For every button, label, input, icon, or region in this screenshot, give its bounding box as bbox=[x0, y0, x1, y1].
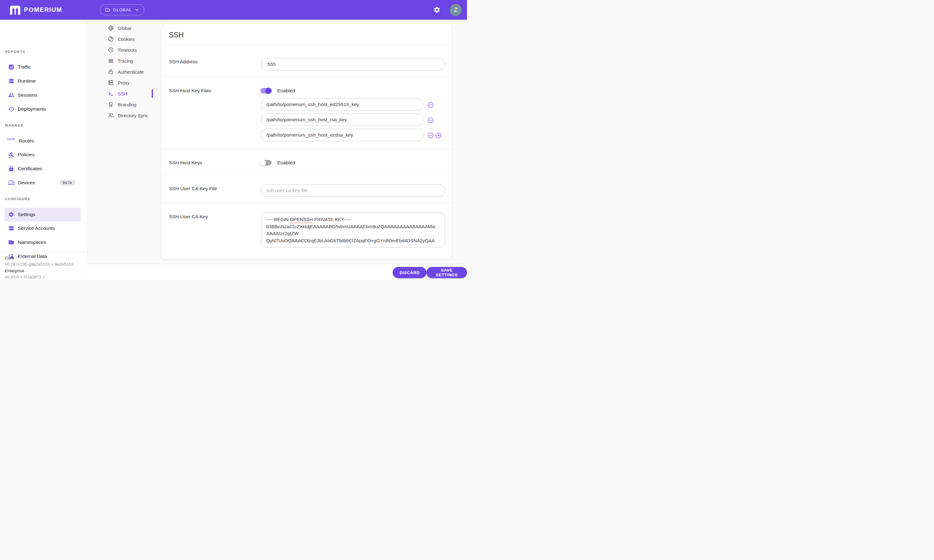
sidebar-item-traffic[interactable]: Traffic bbox=[0, 60, 79, 74]
subnav-item-branding[interactable]: Branding bbox=[87, 99, 161, 110]
subnav-item-directory-sync[interactable]: Directory Sync bbox=[87, 110, 161, 121]
sidebar-item-devices[interactable]: Devices BETA bbox=[0, 176, 79, 189]
sidebar-item-label: Sessions bbox=[18, 92, 37, 98]
sidebar-item-namespaces[interactable]: Namespaces bbox=[0, 235, 79, 249]
sidebar-item-label: Traffic bbox=[18, 64, 31, 70]
top-bar: POMERIUM GLOBAL Z bbox=[0, 0, 467, 20]
ssh-host-keys-label: SSH Host Keys bbox=[169, 160, 202, 166]
ssh-host-key-file-input-3[interactable] bbox=[261, 129, 423, 141]
subnav-item-label: SSH bbox=[118, 91, 127, 96]
enterprise-label: Enterprise bbox=[5, 268, 87, 274]
subnav-item-global[interactable]: Global bbox=[87, 23, 161, 33]
topbar-right: Z bbox=[432, 0, 462, 20]
ssh-user-ca-key-file-input[interactable] bbox=[261, 184, 445, 197]
sidebar-item-label: Devices bbox=[18, 180, 35, 186]
settings-gear-button[interactable] bbox=[432, 5, 442, 15]
subnav-item-proxy[interactable]: Proxy bbox=[87, 77, 161, 88]
divider bbox=[161, 45, 452, 45]
ssh-host-key-file-input-1[interactable] bbox=[261, 98, 423, 111]
toggle-thumb bbox=[260, 160, 266, 166]
subnav-item-ssh[interactable]: SSH bbox=[87, 88, 161, 99]
gavel-icon bbox=[8, 152, 14, 158]
remove-host-key-file-button[interactable] bbox=[428, 102, 434, 108]
sidebar-item-label: Routes bbox=[19, 138, 34, 144]
lock-outline-icon bbox=[108, 69, 114, 75]
lines-icon bbox=[108, 58, 114, 64]
minus-circle-icon bbox=[428, 132, 434, 139]
version-footer: Core v0.28.0-235-g9e2e5103 + 9e2e5103 En… bbox=[0, 252, 87, 280]
ssh-host-key-files-label: SSH Host Key Files bbox=[169, 88, 212, 94]
subnav-item-label: Tracing bbox=[118, 58, 133, 64]
history-icon bbox=[8, 106, 14, 112]
minus-circle-icon bbox=[428, 102, 434, 108]
bar-chart-icon bbox=[8, 64, 14, 70]
divider bbox=[161, 203, 452, 203]
ssh-host-key-file-input-2[interactable] bbox=[261, 114, 423, 126]
remove-host-key-file-button[interactable] bbox=[428, 117, 434, 123]
sidebar-item-sessions[interactable]: Sessions bbox=[0, 88, 79, 102]
namespace-switcher-button[interactable]: GLOBAL bbox=[100, 5, 144, 15]
brand[interactable]: POMERIUM bbox=[9, 5, 62, 15]
sidebar-item-label: Service Accounts bbox=[18, 225, 55, 231]
terminal-icon bbox=[108, 91, 114, 97]
ca-key-line: b3BlbnNzaC1rZXktdjEAAAAABG5vbmUAAAAEbm9u… bbox=[266, 223, 440, 231]
lock-icon bbox=[8, 166, 14, 172]
subnav-item-label: Timeouts bbox=[118, 48, 137, 53]
subnav-item-timeouts[interactable]: Timeouts bbox=[87, 45, 161, 55]
sidebar-item-routes[interactable]: HTTP Routes bbox=[0, 134, 79, 148]
sidebar-item-runtime[interactable]: Runtime bbox=[0, 74, 79, 88]
ssh-host-keys-toggle[interactable] bbox=[260, 159, 272, 166]
divider bbox=[161, 174, 452, 175]
sidebar-section-manage: MANAGE bbox=[5, 123, 24, 127]
ca-key-line: QyNTUxOQAAACDlzqEJbLAbGbTbtB6ClZApqFO+gG… bbox=[266, 237, 440, 245]
subnav-item-tracing[interactable]: Tracing bbox=[87, 55, 161, 66]
settings-subnav: Global Cookies Timeouts Tracing Authenti… bbox=[87, 20, 161, 280]
gear-icon bbox=[433, 6, 440, 14]
sidebar-section-configure: CONFIGURE bbox=[5, 197, 31, 201]
sidebar-item-label: Policies bbox=[18, 152, 34, 157]
people-outline-icon bbox=[108, 112, 114, 118]
ssh-address-input[interactable] bbox=[261, 58, 445, 71]
subnav-item-label: Branding bbox=[118, 102, 136, 107]
core-label: Core bbox=[5, 255, 87, 261]
gear-icon bbox=[8, 211, 14, 218]
folder-icon bbox=[8, 239, 14, 245]
subnav-item-authenticate[interactable]: Authenticate bbox=[87, 66, 161, 77]
avatar[interactable]: Z bbox=[450, 4, 462, 16]
brand-name: POMERIUM bbox=[24, 6, 62, 14]
pomerium-logo-icon bbox=[9, 5, 21, 15]
sidebar-item-settings[interactable]: Settings bbox=[5, 208, 81, 222]
sidebar-section-reports: REPORTS bbox=[5, 50, 25, 54]
action-bar: DISCARD SAVE SETTINGS bbox=[87, 264, 467, 280]
ssh-host-key-files-toggle[interactable] bbox=[260, 87, 272, 94]
add-host-key-file-button[interactable] bbox=[435, 132, 442, 139]
discard-button[interactable]: DISCARD bbox=[393, 267, 426, 278]
server-icon bbox=[8, 225, 14, 231]
subnav-item-cookies[interactable]: Cookies bbox=[87, 34, 161, 44]
globe-icon bbox=[108, 25, 114, 31]
divider bbox=[161, 76, 452, 77]
page-title: SSH bbox=[169, 31, 184, 39]
remove-host-key-file-button[interactable] bbox=[428, 132, 434, 139]
namespace-switcher-label: GLOBAL bbox=[113, 8, 132, 12]
minus-circle-icon bbox=[428, 117, 434, 123]
sidebar-item-service-accounts[interactable]: Service Accounts bbox=[0, 222, 79, 235]
enterprise-version: v0.30.0 + f72a2673 + bbox=[5, 274, 87, 280]
ssh-user-ca-key-textarea[interactable]: -----BEGIN OPENSSH PRIVATE KEY----- b3Bl… bbox=[261, 212, 445, 248]
ssh-settings-card: SSH SSH Address SSH Host Key Files Enabl… bbox=[161, 24, 452, 260]
subnav-item-label: Directory Sync bbox=[118, 113, 148, 118]
subnav-item-label: Proxy bbox=[118, 80, 130, 85]
sidebar-item-policies[interactable]: Policies bbox=[0, 148, 79, 162]
folder-icon bbox=[105, 7, 110, 12]
divider bbox=[161, 149, 452, 149]
sidebar-item-deployments[interactable]: Deployments bbox=[0, 102, 79, 116]
http-icon: HTTP bbox=[7, 138, 15, 144]
sidebar-item-certificates[interactable]: Certificates bbox=[0, 162, 79, 175]
beta-badge: BETA bbox=[59, 180, 76, 186]
sidebar-item-label: Deployments bbox=[18, 106, 46, 112]
cookie-icon bbox=[108, 36, 114, 42]
save-settings-button[interactable]: SAVE SETTINGS bbox=[426, 267, 467, 278]
ssh-host-keys-toggle-label: Enabled bbox=[277, 160, 295, 166]
server-outline-icon bbox=[108, 80, 114, 86]
sidebar-item-label: Namespaces bbox=[18, 240, 46, 245]
